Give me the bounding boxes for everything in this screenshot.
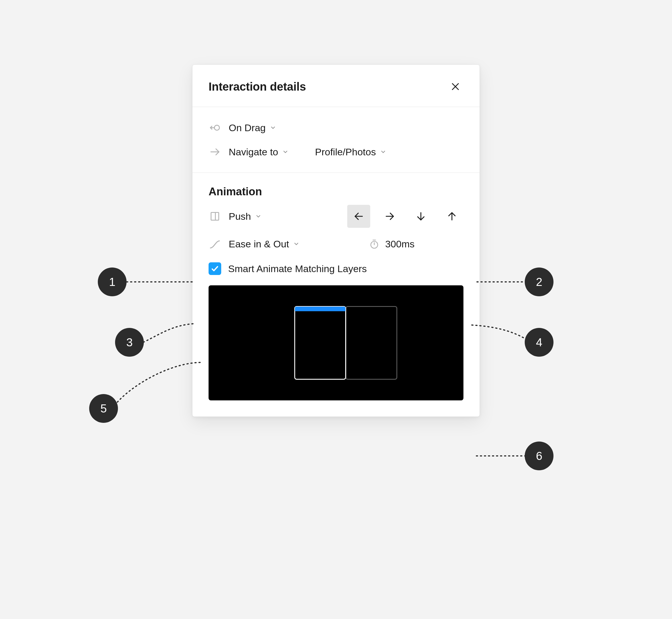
callout-5: 5 xyxy=(89,394,118,423)
smart-animate-checkbox[interactable]: Smart Animate Matching Layers xyxy=(209,262,463,275)
action-type-dropdown[interactable]: Navigate to xyxy=(229,146,288,158)
stopwatch-icon xyxy=(369,239,380,249)
direction-group xyxy=(347,205,463,228)
callout-3: 3 xyxy=(115,328,144,357)
close-icon xyxy=(450,81,461,92)
destination-label: Profile/Photos xyxy=(315,146,376,158)
chevron-down-icon xyxy=(293,241,299,247)
push-icon xyxy=(209,210,221,223)
animation-section-title: Animation xyxy=(209,186,463,198)
panel-title: Interaction details xyxy=(209,80,306,93)
smart-animate-label: Smart Animate Matching Layers xyxy=(228,263,367,274)
callout-2: 2 xyxy=(525,268,553,296)
direction-up-button[interactable] xyxy=(441,205,463,228)
transition-dropdown[interactable]: Push xyxy=(229,211,262,222)
action-type-label: Navigate to xyxy=(229,146,278,158)
svg-point-3 xyxy=(214,125,219,130)
callout-6-label: 6 xyxy=(536,450,542,463)
callout-5-label: 5 xyxy=(100,402,107,415)
callout-4: 4 xyxy=(525,328,553,357)
preview-frame-topbar xyxy=(295,306,345,311)
arrow-up-icon xyxy=(447,211,457,222)
interaction-details-panel: Interaction details On Drag xyxy=(192,64,480,417)
trigger-dropdown[interactable]: On Drag xyxy=(229,122,276,133)
chevron-down-icon xyxy=(282,149,288,155)
animation-preview[interactable] xyxy=(209,285,463,400)
duration-value: 300ms xyxy=(385,238,414,250)
trigger-row: On Drag xyxy=(209,117,463,138)
direction-down-button[interactable] xyxy=(409,205,432,228)
preview-frame-back xyxy=(345,306,397,380)
transition-label: Push xyxy=(229,211,251,222)
svg-rect-5 xyxy=(211,213,219,220)
callout-6: 6 xyxy=(525,441,553,470)
easing-label: Ease in & Out xyxy=(229,238,289,250)
navigate-icon xyxy=(209,146,221,158)
chevron-down-icon xyxy=(380,149,386,155)
callout-1-label: 1 xyxy=(109,276,115,288)
easing-icon xyxy=(209,237,221,250)
easing-dropdown[interactable]: Ease in & Out xyxy=(229,238,299,250)
action-row: Navigate to Profile/Photos xyxy=(209,141,463,162)
callout-3-label: 3 xyxy=(126,336,133,349)
direction-left-button[interactable] xyxy=(347,205,370,228)
stage: 1 2 3 4 5 6 Interaction details xyxy=(0,0,672,619)
close-button[interactable] xyxy=(447,78,463,95)
transition-row: Push xyxy=(209,206,463,227)
callout-2-label: 2 xyxy=(536,276,542,288)
animation-section: Animation Push xyxy=(192,173,480,416)
trigger-action-section: On Drag Navigate to Profile/Phot xyxy=(192,107,480,173)
arrow-down-icon xyxy=(415,211,426,222)
easing-row: Ease in & Out 300ms xyxy=(209,233,463,254)
callout-1: 1 xyxy=(98,268,127,296)
arrow-right-icon xyxy=(384,211,395,222)
direction-right-button[interactable] xyxy=(378,205,401,228)
callout-4-label: 4 xyxy=(536,336,542,349)
preview-frame-front xyxy=(294,306,346,380)
destination-dropdown[interactable]: Profile/Photos xyxy=(315,146,386,158)
chevron-down-icon xyxy=(255,213,262,219)
chevron-down-icon xyxy=(270,125,276,131)
trigger-label: On Drag xyxy=(229,122,266,133)
checkbox-checked-icon xyxy=(209,262,221,275)
duration-field[interactable]: 300ms xyxy=(369,238,414,250)
arrow-left-icon xyxy=(353,211,364,222)
panel-header: Interaction details xyxy=(192,65,480,107)
drag-icon xyxy=(209,121,221,134)
